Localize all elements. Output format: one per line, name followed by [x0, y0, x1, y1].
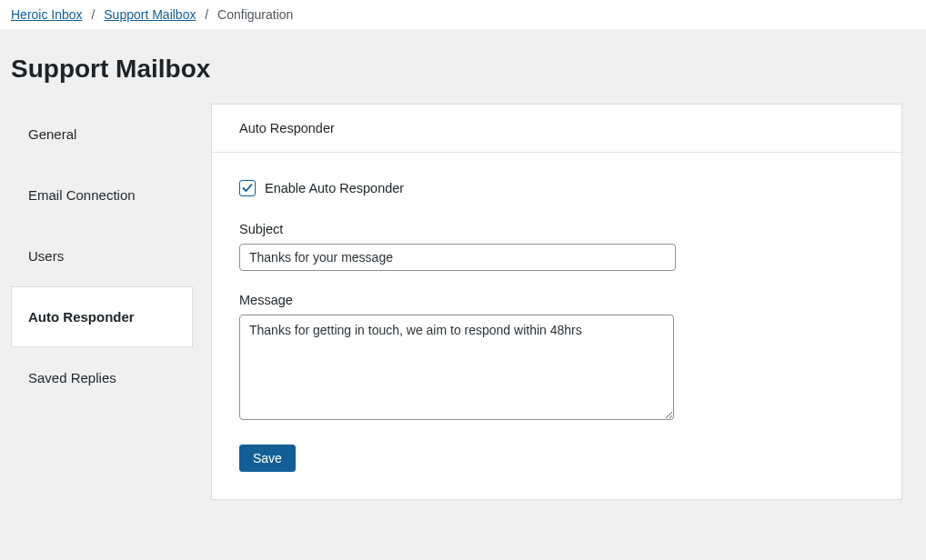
breadcrumb-link-support-mailbox[interactable]: Support Mailbox [104, 7, 196, 22]
tabs-nav: General Email Connection Users Auto Resp… [11, 104, 193, 500]
check-icon [242, 183, 253, 194]
tab-email-connection[interactable]: Email Connection [11, 165, 193, 225]
enable-auto-responder-label: Enable Auto Responder [265, 181, 404, 195]
breadcrumb-link-heroic-inbox[interactable]: Heroic Inbox [11, 7, 83, 22]
subject-input[interactable] [239, 244, 676, 271]
breadcrumb: Heroic Inbox / Support Mailbox / Configu… [0, 0, 926, 29]
breadcrumb-current: Configuration [217, 7, 293, 22]
page-title: Support Mailbox [11, 29, 915, 104]
tab-users[interactable]: Users [11, 225, 193, 286]
settings-panel: Auto Responder Enable Auto Responder Sub… [211, 104, 902, 500]
breadcrumb-separator: / [91, 7, 95, 22]
save-button[interactable]: Save [239, 445, 296, 472]
message-label: Message [239, 293, 874, 307]
breadcrumb-separator: / [205, 7, 208, 22]
panel-header: Auto Responder [212, 105, 901, 153]
enable-auto-responder-checkbox[interactable] [239, 180, 256, 196]
subject-label: Subject [239, 222, 874, 236]
tab-auto-responder[interactable]: Auto Responder [11, 286, 193, 347]
tab-saved-replies[interactable]: Saved Replies [11, 347, 193, 408]
tab-general[interactable]: General [11, 104, 193, 165]
message-textarea[interactable]: Thanks for getting in touch, we aim to r… [239, 315, 674, 420]
